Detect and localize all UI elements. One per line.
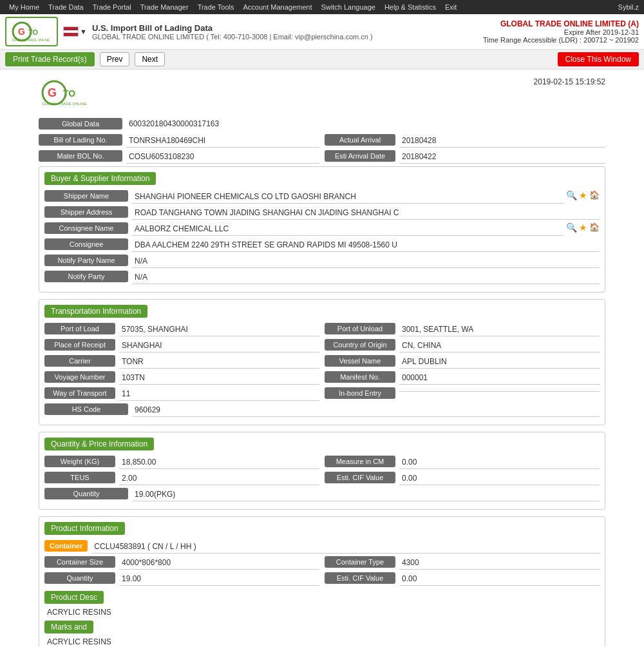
container-size-type-row: Container Size 4000*806*800 Container Ty… [44, 556, 600, 570]
voyage-manifest-row: Voyage Number 103TN Manifest No. 000001 [44, 371, 600, 385]
svg-text:G: G [18, 26, 25, 37]
shipper-name-actions: 🔍 ★ 🏠 [566, 190, 600, 200]
measure-cm-label: Measure in CM [325, 456, 395, 467]
port-row: Port of Load 57035, SHANGHAI Port of Unl… [44, 323, 600, 336]
teus-label: TEUS [44, 472, 115, 483]
close-button-top[interactable]: Close This Window [558, 52, 639, 66]
weight-value: 18,850.00 [119, 456, 319, 469]
prev-button-top[interactable]: Prev [100, 52, 130, 66]
nav-myhome[interactable]: My Home [5, 2, 43, 12]
marks-section: Marks and ACRYLIC RESINS [44, 618, 600, 647]
contact-tel: Tel: 400-710-3008 [211, 33, 268, 41]
next-button-top[interactable]: Next [135, 52, 165, 66]
nav-switchlang[interactable]: Switch Language [317, 2, 379, 12]
svg-text:G: G [48, 86, 57, 99]
container-size-value: 4000*806*800 [119, 556, 319, 570]
esti-cif-field: Esti. CIF Value 0.00 [325, 472, 600, 485]
container-type-value: 4300 [399, 556, 600, 570]
contact-email: Email: vip@pierschina.com.cn [273, 33, 368, 41]
buyer-supplier-section: Buyer & Supplier Information Shipper Nam… [39, 166, 605, 293]
esti-arrival-field: Esti Arrival Date 20180422 [325, 150, 605, 164]
print-button-top[interactable]: Print Trade Record(s) [5, 52, 95, 66]
place-receipt-field: Place of Receipt SHANGHAI [44, 339, 319, 352]
doc-gto-logo-svg: G TO GLOBAL TRADE ONLINE [39, 77, 97, 108]
logo: G TO GLOBAL TRADE ONLINE [5, 17, 58, 46]
master-bol-field: Mater BOL No. COSU6053108230 [39, 150, 319, 164]
nav-trademanager[interactable]: Trade Manager [137, 2, 193, 12]
hs-code-value: 960629 [132, 403, 600, 417]
nav-accountmgmt[interactable]: Account Management [240, 2, 316, 12]
master-bol-value: COSU6053108230 [126, 150, 319, 164]
shipper-name-value: SHANGHAI PIONEER CHEMICALS CO LTD GAOSHI… [132, 190, 564, 204]
hs-code-label: HS Code [44, 403, 128, 415]
actual-arrival-field: Actual Arrival 20180428 [325, 134, 605, 148]
consignee-star-icon[interactable]: ★ [579, 222, 587, 233]
marks-value: ACRYLIC RESINS [44, 636, 600, 647]
consignee-name-label: Consignee Name [44, 222, 128, 234]
shipper-name-row: Shipper Name SHANGHAI PIONEER CHEMICALS … [44, 190, 600, 204]
header-right: GLOBAL TRADE ONLINE LIMITED (A) Expire A… [483, 19, 639, 44]
flag-dropdown-icon[interactable]: ▼ [80, 28, 87, 35]
global-data-value: 600320180430000317163 [126, 117, 222, 130]
svg-text:TO: TO [63, 88, 75, 99]
marks-label: Marks and [44, 621, 93, 633]
consignee-home-icon[interactable]: 🏠 [589, 222, 600, 233]
esti-arrival-label: Esti Arrival Date [325, 150, 395, 162]
weight-field: Weight (KG) 18,850.00 [44, 456, 319, 469]
nav-exit[interactable]: Exit [441, 2, 460, 12]
inbond-entry-value [399, 387, 600, 392]
nav-helpstats[interactable]: Help & Statistics [381, 2, 440, 12]
container-value: CCLU4583891 ( CN / L / HH ) [91, 540, 600, 554]
transportation-title: Transportation Information [44, 305, 147, 318]
consignee-name-value: AALBORZ CHEMICAL LLC [132, 222, 564, 236]
us-flag [63, 26, 79, 37]
manifest-no-value: 000001 [399, 371, 600, 385]
consignee-label: Consignee [44, 238, 128, 250]
bol-row: Bill of Lading No. TONRSHA180469CHI Actu… [39, 134, 605, 148]
bol-no-field: Bill of Lading No. TONRSHA180469CHI [39, 134, 319, 148]
flag-selector[interactable]: ▼ [63, 26, 87, 37]
nav-tradeportal[interactable]: Trade Portal [89, 2, 135, 12]
shipper-search-icon[interactable]: 🔍 [566, 190, 577, 200]
container-row: Container CCLU4583891 ( CN / L / HH ) [44, 540, 600, 554]
port-load-value: 57035, SHANGHAI [119, 323, 319, 336]
consignee-search-icon[interactable]: 🔍 [566, 222, 577, 233]
notify-party-label: Notify Party [44, 271, 128, 282]
product-info-title: Product Information [44, 522, 125, 535]
transportation-section: Transportation Information Port of Load … [39, 299, 605, 425]
port-unload-label: Port of Unload [325, 323, 395, 334]
container-size-label: Container Size [44, 556, 115, 568]
product-desc-section: Product Desc ACRYLIC RESINS [44, 588, 600, 618]
weight-measure-row: Weight (KG) 18,850.00 Measure in CM 0.00 [44, 456, 600, 469]
way-transport-value: 11 [119, 387, 319, 401]
nav-tradedata[interactable]: Trade Data [44, 2, 88, 12]
quantity-price-title: Quantity & Price Information [44, 438, 154, 450]
svg-text:TO: TO [28, 28, 39, 36]
buyer-supplier-title: Buyer & Supplier Information [44, 172, 156, 185]
shipper-address-label: Shipper Address [44, 206, 128, 218]
main-content: G TO GLOBAL TRADE ONLINE 2019-02-15 15:1… [0, 70, 644, 647]
contact-company: GLOBAL TRADE ONLINE LIMITED ( [92, 33, 209, 41]
gto-logo-svg: G TO GLOBAL TRADE ONLINE [9, 19, 54, 44]
teus-field: TEUS 2.00 [44, 472, 319, 485]
notify-party-value: N/A [132, 271, 600, 284]
nav-tradetools[interactable]: Trade Tools [194, 2, 238, 12]
waytransport-inbond-row: Way of Transport 11 In-bond Entry [44, 387, 600, 401]
vessel-name-value: APL DUBLIN [399, 355, 600, 369]
product-qty-field: Quantity 19.00 [44, 572, 319, 586]
vessel-name-field: Vessel Name APL DUBLIN [325, 355, 600, 369]
shipper-home-icon[interactable]: 🏠 [589, 190, 600, 200]
shipper-star-icon[interactable]: ★ [579, 190, 587, 200]
measure-cm-field: Measure in CM 0.00 [325, 456, 600, 469]
product-cif-field: Esti. CIF Value 0.00 [325, 572, 600, 586]
product-desc-label: Product Desc [44, 591, 104, 604]
notify-party-row: Notify Party N/A [44, 271, 600, 284]
teus-value: 2.00 [119, 472, 319, 485]
time-range: Time Range Accessible (LDR) : 200712 ~ 2… [483, 36, 639, 44]
port-unload-value: 3001, SEATTLE, WA [399, 323, 600, 336]
master-bol-row: Mater BOL No. COSU6053108230 Esti Arriva… [39, 150, 605, 164]
carrier-label: Carrier [44, 355, 115, 367]
esti-cif-label: Esti. CIF Value [325, 472, 395, 483]
container-type-field: Container Type 4300 [325, 556, 600, 570]
container-size-field: Container Size 4000*806*800 [44, 556, 319, 570]
